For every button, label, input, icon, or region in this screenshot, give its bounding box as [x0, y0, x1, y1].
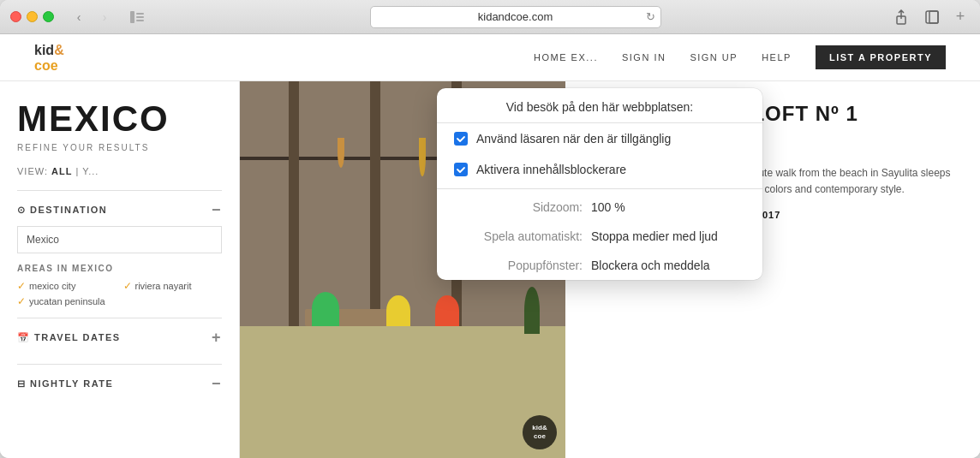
areas-grid: ✓ mexico city ✓ riviera nayarit ✓ yucata… [17, 280, 222, 307]
toolbar-actions [889, 7, 944, 27]
main-content: MEXICO REFINE YOUR RESULTS VIEW: ALL | Y… [0, 81, 980, 458]
nav-buttons: ‹ › [68, 8, 116, 27]
popup-zoom-row: Sidzoom: 100 % [437, 193, 762, 222]
share-button[interactable] [889, 7, 913, 27]
zoom-value: 100 % [591, 200, 625, 214]
popup-divider [437, 188, 762, 189]
reader-checkbox[interactable] [454, 132, 468, 146]
popup-header: Vid besök på den här webbplatsen: [437, 88, 762, 123]
content-area: kid&coe THE SAYULITA LOFT Nº 1 Sayulita,… [240, 81, 980, 458]
calendar-icon: 📅 [17, 332, 31, 342]
destination-filter-header[interactable]: ⊙ DESTINATION − [17, 201, 222, 219]
blocker-checkbox[interactable] [454, 163, 468, 176]
popupwindow-value: Blockera och meddela [591, 259, 710, 272]
refresh-button[interactable]: ↻ [646, 10, 655, 23]
area-name: riviera nayarit [135, 281, 192, 291]
list-property-button[interactable]: LIST A PROPERTY [816, 45, 946, 69]
view-bar: VIEW: ALL | Y... [17, 166, 222, 176]
badge-text: kid&coe [532, 424, 547, 440]
title-bar: ‹ › kidandcoe.com ↻ [0, 0, 980, 34]
destination-input[interactable] [17, 226, 222, 253]
destination-icon: ⊙ [17, 205, 27, 215]
forward-button[interactable]: › [93, 8, 116, 27]
view-label: VIEW: [17, 166, 48, 176]
check-icon: ✓ [123, 280, 132, 292]
zoom-label: Sidzoom: [454, 200, 583, 214]
travel-dates-filter-header[interactable]: 📅 TRAVEL DATES + [17, 329, 222, 347]
site-nav: HOME EX... SIGN IN SIGN UP HELP LIST A P… [534, 45, 946, 69]
webpage: kid&coe HOME EX... SIGN IN SIGN UP HELP … [0, 34, 980, 458]
nightly-rate-filter: ⊟ NIGHTLY RATE − [17, 364, 222, 410]
check-icon: ✓ [17, 280, 26, 292]
autoplay-value: Stoppa medier med ljud [591, 229, 718, 243]
site-header: kid&coe HOME EX... SIGN IN SIGN UP HELP … [0, 34, 980, 81]
area-name: yucatan peninsula [29, 296, 105, 306]
view-all[interactable]: ALL [51, 166, 72, 176]
fullscreen-button[interactable] [43, 11, 54, 22]
popupwindow-label: Popupfönster: [454, 259, 583, 272]
reader-label: Använd läsaren när den är tillgänglig [476, 132, 671, 146]
nav-signup[interactable]: SIGN UP [690, 52, 738, 62]
minimize-button[interactable] [27, 11, 38, 22]
popup-reader-item[interactable]: Använd läsaren när den är tillgänglig [437, 123, 762, 154]
destination-toggle[interactable]: − [212, 201, 222, 219]
sidebar: MEXICO REFINE YOUR RESULTS VIEW: ALL | Y… [0, 81, 240, 458]
area-mexico-city[interactable]: ✓ mexico city [17, 280, 117, 292]
destination-label: DESTINATION [30, 205, 107, 215]
svg-rect-0 [130, 11, 134, 23]
new-tab-button[interactable] [920, 7, 944, 27]
popup-autoplay-row: Spela automatiskt: Stoppa medier med lju… [437, 222, 762, 251]
traffic-lights [10, 11, 54, 22]
area-name: mexico city [29, 281, 75, 291]
popup-blocker-item[interactable]: Aktivera innehållsblockerare [437, 154, 762, 185]
svg-rect-6 [929, 11, 938, 23]
areas-label: AREAS IN MEXICO [17, 264, 222, 273]
popup-menu[interactable]: Vid besök på den här webbplatsen: Använd… [437, 88, 762, 280]
destination-filter: ⊙ DESTINATION − AREAS IN MEXICO ✓ mexico… [17, 190, 222, 318]
refine-label: REFINE YOUR RESULTS [17, 143, 222, 152]
view-other[interactable]: Y... [82, 166, 99, 176]
nav-home[interactable]: HOME EX... [534, 52, 598, 62]
travel-dates-label: TRAVEL DATES [34, 332, 121, 342]
nightly-rate-label: NIGHTLY RATE [30, 378, 113, 389]
popup-popup-row: Popupfönster: Blockera och meddela [437, 251, 762, 280]
address-bar-area: kidandcoe.com ↻ [155, 6, 875, 28]
svg-rect-2 [136, 16, 144, 18]
blocker-label: Aktivera innehållsblockerare [476, 163, 626, 176]
url-text: kidandcoe.com [371, 10, 660, 23]
travel-dates-toggle[interactable]: + [212, 329, 222, 347]
nav-signin[interactable]: SIGN IN [622, 52, 666, 62]
close-button[interactable] [10, 11, 21, 22]
back-button[interactable]: ‹ [68, 8, 90, 27]
sidebar-toggle-button[interactable] [126, 8, 148, 27]
add-tab-button[interactable]: + [951, 8, 970, 27]
svg-rect-1 [136, 13, 144, 15]
travel-dates-filter: 📅 TRAVEL DATES + [17, 318, 222, 364]
autoplay-label: Spela automatiskt: [454, 229, 583, 243]
property-badge: kid&coe [523, 415, 557, 449]
nav-help[interactable]: HELP [762, 52, 792, 62]
browser-window: ‹ › kidandcoe.com ↻ [0, 0, 980, 458]
nightly-rate-icon: ⊟ [17, 378, 27, 389]
svg-rect-5 [926, 11, 938, 23]
check-icon: ✓ [17, 295, 26, 307]
area-yucatan[interactable]: ✓ yucatan peninsula [17, 295, 117, 307]
site-logo: kid&coe [34, 42, 64, 73]
nightly-rate-filter-header[interactable]: ⊟ NIGHTLY RATE − [17, 375, 222, 393]
svg-rect-3 [136, 20, 144, 21]
area-riviera-nayarit[interactable]: ✓ riviera nayarit [123, 280, 223, 292]
address-bar[interactable]: kidandcoe.com ↻ [370, 6, 661, 28]
page-title: MEXICO [17, 98, 222, 140]
nightly-rate-toggle[interactable]: − [212, 375, 222, 393]
